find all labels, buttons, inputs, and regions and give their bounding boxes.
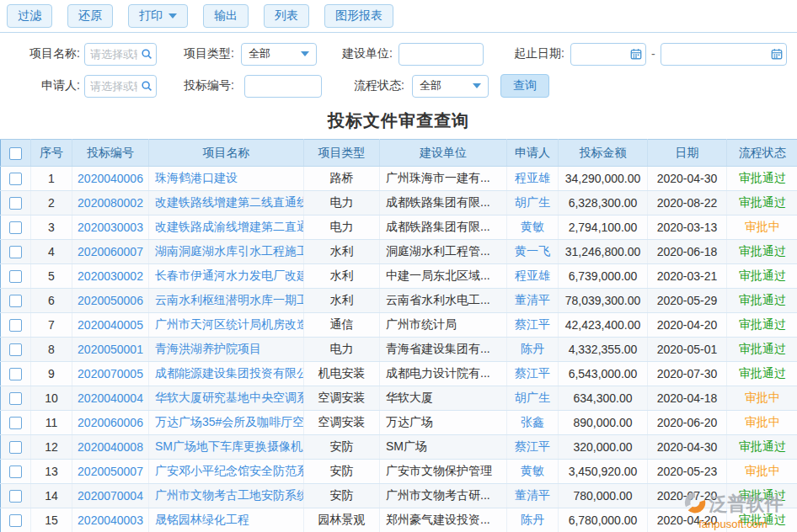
project-name-link[interactable]: 珠海鹤港口建设 (155, 171, 238, 184)
project-name-link[interactable]: 广安邓小平纪念馆安全防范系统 (155, 464, 304, 477)
applicant-link[interactable]: 黄敏 (521, 464, 544, 477)
date-range-label: 起止日期: (500, 46, 564, 61)
bid-number-link[interactable]: 2020070005 (78, 367, 143, 380)
toolbar-button-list[interactable]: 列表 (264, 4, 309, 28)
applicant-link[interactable]: 黄一飞 (515, 244, 550, 258)
column-header-seq: 序号 (31, 140, 72, 167)
applicant-link[interactable]: 董清平 (515, 293, 550, 306)
row-checkbox[interactable] (9, 417, 22, 429)
row-checkbox-cell (1, 411, 31, 435)
row-checkbox[interactable] (9, 295, 22, 307)
bid-number-link[interactable]: 2020050007 (78, 465, 143, 478)
bid-number-link[interactable]: 2020070004 (78, 489, 143, 503)
search-icon[interactable] (141, 80, 152, 92)
date-to-input[interactable] (661, 43, 787, 66)
project-name-link[interactable]: SM广场地下车库更换摄像机及 (155, 439, 304, 453)
project-name-link[interactable]: 长春市伊通河水力发电厂改建工程 (155, 269, 304, 282)
project-name-cell: 广安邓小平纪念馆安全防范系统 (149, 460, 304, 484)
applicant-link[interactable]: 陈丹 (521, 513, 544, 526)
bid-number-link[interactable]: 2020080002 (78, 196, 143, 210)
row-checkbox[interactable] (9, 197, 22, 210)
project-name-cell: 华软大厦研究基地中央空调系统 (149, 386, 304, 411)
toolbar-button-filter[interactable]: 过滤 (7, 4, 52, 28)
project-name-link[interactable]: 成都能源建设集团投资有限公司 (155, 366, 304, 380)
column-header-type: 项目类型 (304, 140, 380, 167)
seq-cell: 12 (31, 435, 72, 460)
applicant-link[interactable]: 蔡江平 (515, 439, 550, 453)
seq-cell: 8 (31, 338, 72, 362)
query-button[interactable]: 查询 (500, 74, 549, 98)
toolbar-button-export[interactable]: 输出 (203, 4, 249, 28)
calendar-icon[interactable] (771, 48, 783, 60)
bid-number-link[interactable]: 2020040006 (78, 172, 143, 185)
bid-number-link[interactable]: 2020040004 (78, 391, 143, 405)
project-type-label: 项目类型: (174, 46, 234, 61)
applicant-link[interactable]: 程亚雄 (515, 171, 550, 184)
toolbar-button-print[interactable]: 打印 (128, 4, 188, 28)
project-name-cell: 广州市文物考古工地安防系统设计 (149, 484, 304, 508)
row-checkbox[interactable] (9, 343, 22, 356)
project-name-link[interactable]: 晟铭园林绿化工程 (155, 513, 249, 526)
calendar-icon[interactable] (630, 48, 642, 60)
bid-number-input[interactable] (244, 75, 322, 98)
applicant-link[interactable]: 蔡江平 (515, 317, 550, 331)
applicant-link[interactable]: 张鑫 (521, 415, 544, 428)
row-checkbox-cell (1, 289, 31, 313)
project-name-link[interactable]: 改建铁路线增建第二线直通线 (155, 195, 304, 209)
bid-number-link[interactable]: 2020040005 (78, 318, 143, 332)
applicant-link[interactable]: 胡广生 (515, 195, 550, 209)
search-icon[interactable] (141, 48, 152, 60)
filter-panel: 项目名称: 项目类型: 全部 建设单位: 起止日期: - (0, 33, 797, 102)
project-type-cell: 电力 (304, 191, 380, 215)
project-name-link[interactable]: 云南水利枢纽潜明水库一期工程 (155, 293, 304, 306)
project-name-link[interactable]: 华软大厦研究基地中央空调系统 (155, 391, 304, 404)
row-checkbox[interactable] (9, 514, 22, 527)
amount-cell: 31,246,800.00 (559, 240, 648, 264)
applicant-link[interactable]: 黄敏 (521, 220, 544, 233)
project-name-link[interactable]: 青海洪湖养护院项目 (155, 342, 261, 355)
construction-unit-cell: 广州市统计局 (380, 313, 507, 338)
project-name-link[interactable]: 万达广场35#会所及咖啡厅空调 (155, 415, 304, 428)
row-checkbox[interactable] (9, 221, 22, 234)
row-checkbox[interactable] (9, 466, 22, 478)
project-type-select[interactable]: 全部 (241, 43, 317, 66)
row-checkbox[interactable] (9, 368, 22, 380)
row-checkbox[interactable] (9, 392, 22, 405)
row-checkbox[interactable] (9, 270, 22, 283)
applicant-link[interactable]: 程亚雄 (515, 269, 550, 282)
row-checkbox[interactable] (9, 490, 22, 503)
toolbar-button-restore[interactable]: 还原 (67, 4, 113, 28)
bid-number-link[interactable]: 2020030002 (78, 269, 143, 283)
row-checkbox[interactable] (9, 319, 22, 332)
applicant-link[interactable]: 胡广生 (515, 391, 550, 404)
row-checkbox[interactable] (9, 246, 22, 258)
bid-number-link[interactable]: 2020060006 (78, 416, 143, 429)
bid-number-link[interactable]: 2020050006 (78, 294, 143, 307)
bid-number-link[interactable]: 2020040003 (78, 513, 143, 527)
construction-unit-cell: 广州市文物考古研... (380, 484, 507, 508)
select-all-checkbox[interactable] (9, 147, 22, 160)
bid-number-link[interactable]: 2020050001 (78, 343, 143, 356)
project-name-link[interactable]: 湖南洞庭湖水库引水工程施工监理 (155, 244, 304, 258)
applicant-link[interactable]: 陈丹 (521, 342, 544, 355)
amount-cell: 6,739,000.00 (559, 264, 648, 289)
date-cell: 2020-05-23 (648, 460, 727, 484)
project-name-link[interactable]: 广州市天河区统计局机房改造项目 (155, 317, 304, 331)
row-checkbox[interactable] (9, 173, 22, 185)
project-name-link[interactable]: 改建铁路成渝线增建第二直通线 (155, 220, 304, 233)
bid-number-link[interactable]: 2020030003 (78, 221, 143, 234)
amount-cell: 890,000.00 (559, 411, 648, 435)
project-type-cell: 空调安装 (304, 411, 380, 435)
applicant-link[interactable]: 蔡江平 (515, 366, 550, 380)
row-checkbox-cell (1, 362, 31, 386)
amount-cell: 6,543,000.00 (559, 362, 648, 386)
toolbar-button-graph-report[interactable]: 图形报表 (324, 4, 393, 28)
bid-number-link[interactable]: 2020060007 (78, 245, 143, 258)
row-checkbox[interactable] (9, 441, 22, 454)
bid-number-link[interactable]: 2020040008 (78, 440, 143, 454)
date-range-separator: - (651, 47, 655, 61)
construction-unit-input[interactable] (398, 43, 484, 66)
project-name-link[interactable]: 广州市文物考古工地安防系统设计 (155, 488, 304, 502)
applicant-link[interactable]: 董清平 (515, 488, 550, 502)
flow-status-select[interactable]: 全部 (412, 75, 489, 98)
